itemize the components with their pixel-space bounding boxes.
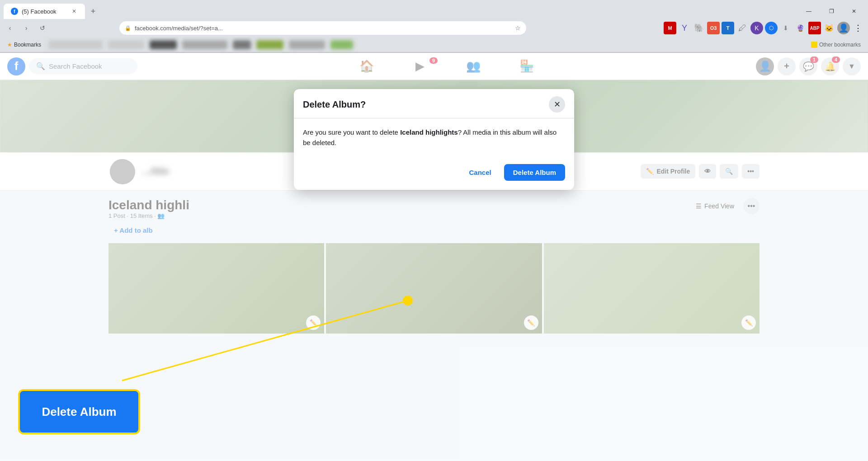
bookmarks-folder[interactable]: ★ Bookmarks: [4, 41, 45, 49]
bookmark-3[interactable]: [150, 40, 177, 49]
bookmark-7[interactable]: [289, 40, 325, 49]
tab-bar: f (5) Facebook ✕ + — ❐ ✕: [0, 0, 868, 19]
modal-close-button[interactable]: ✕: [549, 96, 565, 113]
bookmark-8[interactable]: [330, 40, 353, 49]
tab-favicon: f: [11, 8, 18, 15]
bookmark-4[interactable]: [182, 40, 227, 49]
modal-title: Delete Album?: [303, 99, 366, 110]
ext-icon-evernote[interactable]: 🐘: [693, 22, 705, 34]
browser-menu-button[interactable]: ⋮: [852, 22, 864, 34]
modal-actions: Cancel Delete Album: [294, 159, 574, 190]
lock-icon: 🔒: [125, 25, 131, 31]
bookmarks-label: Bookmarks: [14, 42, 41, 48]
window-controls: — ❐ ✕: [798, 4, 864, 19]
minimize-button[interactable]: —: [798, 4, 819, 19]
address-text: facebook.com/media/set/?set=a...: [135, 25, 223, 32]
delete-album-modal: Delete Album? ✕ Are you sure you want to…: [294, 89, 574, 190]
ext-icon-6[interactable]: K: [750, 22, 763, 34]
address-bar[interactable]: 🔒 facebook.com/media/set/?set=a... ☆: [119, 21, 526, 35]
star-icon: ★: [7, 42, 12, 48]
bookmark-star-icon[interactable]: ☆: [515, 24, 521, 32]
close-button[interactable]: ✕: [844, 4, 864, 19]
ext-icon-5[interactable]: 🖊: [736, 22, 749, 34]
tab-close-button[interactable]: ✕: [71, 8, 78, 15]
other-bookmarks[interactable]: Other bookmarks: [807, 41, 864, 49]
modal-header: Delete Album? ✕: [294, 89, 574, 118]
ext-icon-2[interactable]: Y: [678, 22, 691, 34]
refresh-button[interactable]: ↺: [36, 22, 49, 34]
address-bar-row: ‹ › ↺ 🔒 facebook.com/media/set/?set=a...…: [0, 19, 868, 37]
active-tab[interactable]: f (5) Facebook ✕: [4, 4, 85, 19]
bookmark-5[interactable]: [233, 40, 251, 49]
ext-icon-cat[interactable]: 🐱: [823, 22, 835, 34]
callout-label: Delete Album: [42, 405, 116, 419]
ext-icon-abp[interactable]: ABP: [808, 22, 821, 34]
maximize-button[interactable]: ❐: [821, 4, 842, 19]
ext-icon-9[interactable]: 🔮: [794, 22, 807, 34]
ext-icon-8[interactable]: ⬇: [779, 22, 792, 34]
bookmark-2[interactable]: [108, 40, 144, 49]
browser-toolbar-right: M Y 🐘 O3 T 🖊 K ⬡ ⬇ 🔮 ABP 🐱 👤 ⋮: [664, 22, 864, 34]
forward-button[interactable]: ›: [20, 22, 33, 34]
modal-body: Are you sure you want to delete Iceland …: [294, 118, 574, 159]
profile-avatar-toolbar[interactable]: 👤: [837, 22, 850, 34]
bookmarks-bar: ★ Bookmarks Other bookmarks: [0, 37, 868, 52]
ext-icon-1[interactable]: M: [664, 22, 676, 34]
callout-annotation-box: Delete Album: [18, 389, 140, 434]
modal-body-text: Are you sure you want to delete Iceland …: [303, 127, 565, 148]
bookmark-1[interactable]: [48, 40, 103, 49]
back-button[interactable]: ‹: [4, 22, 16, 34]
delete-album-button[interactable]: Delete Album: [504, 164, 565, 181]
ext-icon-3[interactable]: O3: [707, 22, 720, 34]
cancel-button[interactable]: Cancel: [462, 165, 499, 180]
tab-title: (5) Facebook: [22, 8, 67, 15]
facebook-page: f 🔍 Search Facebook 🏠 ▶ 9 👥 🏪: [0, 53, 868, 461]
new-tab-button[interactable]: +: [87, 5, 99, 18]
ext-icon-4[interactable]: T: [722, 22, 734, 34]
ext-icon-7[interactable]: ⬡: [765, 22, 778, 34]
bookmark-6[interactable]: [256, 40, 283, 49]
